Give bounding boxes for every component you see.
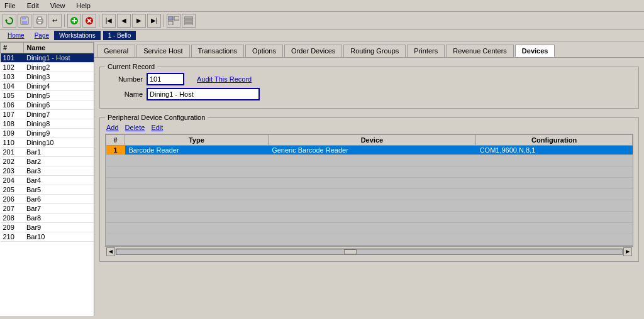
table-row[interactable]: 201Bar1 xyxy=(1,148,94,157)
save-button[interactable] xyxy=(18,14,31,28)
nav-next-button[interactable]: ▶ xyxy=(132,14,146,28)
table-row[interactable]: 101Dining1 - Host xyxy=(1,53,94,63)
row-num: 105 xyxy=(1,91,24,100)
menu-view[interactable]: View xyxy=(48,1,67,10)
table-row[interactable]: 210Bar10 xyxy=(1,232,94,242)
row-num: 103 xyxy=(1,72,24,82)
nav-end-button[interactable]: ▶| xyxy=(147,14,161,28)
row-name: Bar5 xyxy=(24,185,94,195)
device-col-config: Configuration xyxy=(476,135,633,146)
table-row[interactable]: 108Dining8 xyxy=(1,119,94,129)
scroll-left-button[interactable]: ◀ xyxy=(106,247,115,256)
view-button[interactable] xyxy=(167,14,180,28)
toolbar: ↩ |◀ ◀ ▶ ▶| xyxy=(0,12,644,30)
breadcrumb-page[interactable]: Page xyxy=(30,31,54,40)
table-row[interactable]: 1Barcode ReaderGeneric Barcode ReaderCOM… xyxy=(106,146,633,155)
number-row: Number Audit This Record xyxy=(105,73,633,85)
tab-options[interactable]: Options xyxy=(245,45,283,57)
row-num: 204 xyxy=(1,176,24,185)
tab-transactions[interactable]: Transactions xyxy=(191,45,245,57)
scroll-thumb[interactable] xyxy=(344,249,357,254)
row-num: 102 xyxy=(1,63,24,72)
table-row[interactable]: 102Dining2 xyxy=(1,63,94,72)
breadcrumb: Home Page Workstations 1 - Bello xyxy=(0,30,644,42)
device-table-wrapper: # Type Device Configuration 1Barcode Rea… xyxy=(105,134,633,246)
table-row[interactable]: 110Dining10 xyxy=(1,138,94,148)
table-row[interactable]: 208Bar8 xyxy=(1,214,94,223)
device-toolbar: Add Delete Edit xyxy=(105,124,633,131)
table-row[interactable]: 205Bar5 xyxy=(1,185,94,195)
table-row[interactable]: 103Dining3 xyxy=(1,72,94,82)
table-row-empty xyxy=(106,155,633,166)
row-name: Dining4 xyxy=(24,82,94,91)
breadcrumb-workstations[interactable]: Workstations xyxy=(54,31,101,40)
delete-icon-button[interactable] xyxy=(82,14,96,28)
table-row[interactable]: 202Bar2 xyxy=(1,157,94,166)
table-row[interactable]: 107Dining7 xyxy=(1,110,94,119)
nav-start-button[interactable]: |◀ xyxy=(102,14,116,28)
name-row: Name xyxy=(105,88,633,100)
table-row-empty xyxy=(106,234,633,246)
svg-rect-3 xyxy=(22,21,27,24)
menu-file[interactable]: File xyxy=(3,1,18,10)
row-num: 201 xyxy=(1,148,24,157)
breadcrumb-home[interactable]: Home xyxy=(3,31,30,40)
audit-link[interactable]: Audit This Record xyxy=(197,75,252,83)
nav-prev-button[interactable]: ◀ xyxy=(117,14,131,28)
scroll-track[interactable] xyxy=(116,249,623,255)
tab-devices[interactable]: Devices xyxy=(515,45,555,57)
tab-routing-groups[interactable]: Routing Groups xyxy=(343,45,406,57)
content-area: Current Record Number Audit This Record … xyxy=(94,58,644,316)
row-name: Bar7 xyxy=(24,204,94,214)
add-icon-button[interactable] xyxy=(67,14,81,28)
breadcrumb-current[interactable]: 1 - Bello xyxy=(103,31,136,40)
table-row[interactable]: 206Bar6 xyxy=(1,195,94,204)
svg-rect-15 xyxy=(168,21,173,25)
row-num: 107 xyxy=(1,110,24,119)
table-row[interactable]: 109Dining9 xyxy=(1,129,94,138)
workstation-table: # Name 101Dining1 - Host102Dining2103Din… xyxy=(0,42,94,242)
print-button[interactable] xyxy=(33,14,47,28)
edit-link[interactable]: Edit xyxy=(151,124,163,131)
peripheral-config-legend: Peripheral Device Configuration xyxy=(105,114,208,121)
row-num: 202 xyxy=(1,157,24,166)
row-num: 206 xyxy=(1,195,24,204)
menu-help[interactable]: Help xyxy=(74,1,92,10)
device-col-type: Type xyxy=(125,135,269,146)
dev-device: Generic Barcode Reader xyxy=(268,146,475,155)
refresh-button[interactable] xyxy=(3,14,16,28)
row-num: 106 xyxy=(1,100,24,110)
svg-rect-16 xyxy=(184,17,193,19)
main-layout: # Name 101Dining1 - Host102Dining2103Din… xyxy=(0,42,644,316)
table-row[interactable]: 105Dining5 xyxy=(1,91,94,100)
list-button[interactable] xyxy=(182,14,196,28)
row-name: Dining8 xyxy=(24,119,94,129)
table-row[interactable]: 207Bar7 xyxy=(1,204,94,214)
row-name: Dining1 - Host xyxy=(24,53,94,63)
table-row[interactable]: 203Bar3 xyxy=(1,166,94,176)
menu-edit[interactable]: Edit xyxy=(25,1,41,10)
tab-order-devices[interactable]: Order Devices xyxy=(284,45,342,57)
tab-printers[interactable]: Printers xyxy=(407,45,445,57)
number-input[interactable] xyxy=(147,73,184,85)
tab-revenue-centers[interactable]: Revenue Centers xyxy=(446,45,514,57)
device-table: # Type Device Configuration 1Barcode Rea… xyxy=(106,134,633,246)
row-name: Bar10 xyxy=(24,232,94,242)
delete-link[interactable]: Delete xyxy=(125,124,145,131)
tab-general[interactable]: General xyxy=(97,45,135,57)
table-row-empty xyxy=(106,178,633,189)
add-link[interactable]: Add xyxy=(106,124,119,131)
svg-rect-17 xyxy=(184,20,193,22)
table-row[interactable]: 204Bar4 xyxy=(1,176,94,185)
scroll-right-button[interactable]: ▶ xyxy=(623,247,632,256)
name-input[interactable] xyxy=(147,88,260,100)
dev-num: 1 xyxy=(106,146,125,155)
table-row[interactable]: 106Dining6 xyxy=(1,100,94,110)
table-row[interactable]: 104Dining4 xyxy=(1,82,94,91)
row-name: Bar4 xyxy=(24,176,94,185)
table-row[interactable]: 209Bar9 xyxy=(1,223,94,232)
separator-3 xyxy=(164,14,164,27)
tab-service-host[interactable]: Service Host xyxy=(136,45,189,57)
svg-rect-2 xyxy=(22,17,26,19)
undo-button[interactable]: ↩ xyxy=(48,14,62,28)
